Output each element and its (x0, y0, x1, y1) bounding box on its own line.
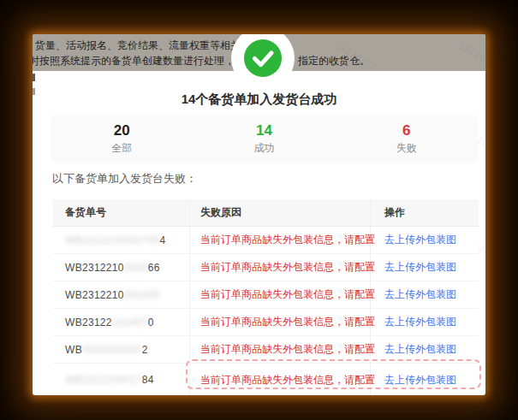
fail-reason-text: 当前订单商品缺失外包装信息，请配置 (200, 260, 375, 275)
fail-list-heading: 以下备货单加入发货台失败： (52, 171, 197, 186)
background-artifact (33, 74, 35, 81)
upload-package-image-link[interactable]: 去上传外包装图 (384, 342, 456, 357)
stat-fail-value: 6 (402, 122, 410, 139)
header-fail-reason: 失败原因 (190, 199, 371, 226)
redacted-segment: WB2312210032705 (65, 234, 160, 246)
stat-total-value: 20 (114, 122, 130, 139)
fail-table: 备货单号 失败原因 操作 WB23122100327054 当前订单商品缺失外包… (53, 199, 479, 395)
redacted-segment: 0000 (124, 262, 148, 274)
upload-package-image-link[interactable]: 去上传外包装图 (384, 287, 456, 302)
table-row-highlighted: WB231220001784 当前订单商品缺失外包装信息，请配置 去上传外包装图 (53, 364, 479, 395)
result-stats: 20 全部 14 成功 6 失败 (51, 114, 478, 163)
upload-package-image-link[interactable]: 去上传外包装图 (384, 315, 456, 329)
table-row: WB2312210001025 当前订单商品缺失外包装信息，请配置 去上传外包装… (53, 281, 479, 309)
stat-fail: 6 失败 (336, 114, 478, 163)
header-order-id: 备货单号 (53, 199, 190, 226)
header-action: 操作 (371, 205, 479, 220)
order-id: WB2312210000066 (65, 262, 160, 274)
stat-success-value: 14 (256, 122, 272, 139)
fail-reason-text: 当前订单商品缺失外包装信息，请配置 (200, 373, 375, 387)
redacted-segment: WB2312200017 (65, 374, 142, 386)
order-id: WB23122100327054 (65, 234, 166, 246)
screenshot-area: 货量、活动报名、竞价结果、流量权重等相关权益。 时按照系统提示的备货单创建数量进… (33, 34, 485, 395)
background-text-line2-right: 指定的收货仓。 (298, 54, 370, 68)
success-check-icon (243, 38, 283, 78)
table-row: WB23122100327054 当前订单商品缺失外包装信息，请配置 去上传外包… (53, 227, 479, 254)
order-id: WB2312210001025 (65, 289, 160, 301)
stat-success: 14 成功 (193, 114, 335, 163)
stat-success-label: 成功 (253, 141, 274, 156)
table-row: WB00000000002 当前订单商品缺失外包装信息，请配置 去上传外包装图 (53, 336, 479, 364)
background-text-line2-prefix: 时 (33, 55, 39, 67)
table-header-row: 备货单号 失败原因 操作 (53, 199, 479, 227)
stat-fail-label: 失败 (396, 141, 417, 156)
stat-total-label: 全部 (111, 141, 132, 156)
upload-package-image-link[interactable]: 去上传外包装图 (384, 373, 456, 387)
order-id: WB00000000002 (65, 344, 148, 356)
fail-reason-text: 当前订单商品缺失外包装信息，请配置 (200, 287, 375, 302)
modal-title: 14个备货单加入发货台成功 (33, 92, 485, 108)
table-row: WB231221014070 当前订单商品缺失外包装信息，请配置 去上传外包装图 (53, 309, 479, 336)
stat-total: 20 全部 (51, 114, 193, 163)
redacted-segment: 0000000000 (82, 344, 142, 356)
order-id: WB231221014070 (65, 316, 154, 328)
fail-reason-text: 当前订单商品缺失外包装信息，请配置 (200, 342, 375, 357)
fail-reason-text: 当前订单商品缺失外包装信息，请配置 (200, 315, 375, 329)
fail-reason-text: 当前订单商品缺失外包装信息，请配置 (200, 233, 375, 247)
redacted-segment: 101407 (112, 316, 148, 328)
table-row: WB2312210000066 当前订单商品缺失外包装信息，请配置 去上传外包装… (53, 254, 479, 281)
order-id: WB231220001784 (65, 374, 154, 386)
redacted-segment: 001025 (124, 289, 160, 301)
upload-package-image-link[interactable]: 去上传外包装图 (384, 260, 456, 275)
upload-package-image-link[interactable]: 去上传外包装图 (384, 233, 456, 247)
